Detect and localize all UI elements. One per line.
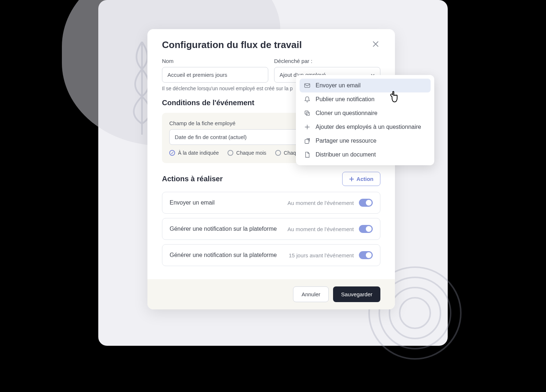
action-timing: 15 jours avant l'événement	[289, 252, 354, 258]
field-select[interactable]: Date de fin de contrat (actuel)	[169, 129, 314, 145]
svg-point-2	[389, 288, 440, 338]
plus-icon	[349, 177, 354, 182]
modal-title: Configuration du flux de travail	[162, 39, 302, 51]
radio-monthly[interactable]: Chaque mois	[228, 150, 266, 156]
action-toggle[interactable]	[359, 199, 373, 207]
app-background: Configuration du flux de travail Nom Déc…	[98, 0, 448, 346]
svg-point-3	[400, 298, 430, 328]
radio-checked-icon	[169, 150, 175, 156]
field-value: Date de fin de contrat (actuel)	[175, 134, 247, 140]
bell-icon	[304, 96, 310, 103]
save-button[interactable]: Sauvegarder	[333, 286, 380, 302]
field-label: Champ de la fiche employé	[169, 120, 314, 126]
radio-icon	[275, 150, 281, 156]
svg-rect-4	[305, 84, 310, 88]
dropdown-item-share[interactable]: Partager une ressource	[300, 134, 431, 148]
action-toggle[interactable]	[359, 251, 373, 259]
dropdown-item-clone[interactable]: Cloner un questionnaire	[300, 106, 431, 120]
close-button[interactable]	[371, 39, 380, 51]
modal-footer: Annuler Sauvegarder	[147, 279, 395, 309]
close-icon	[372, 41, 379, 47]
mail-icon	[304, 82, 310, 89]
radio-icon	[228, 150, 233, 156]
dropdown-item-add-employees[interactable]: Ajouter des employés à un questionnaire	[300, 120, 431, 134]
dropdown-item-email[interactable]: Envoyer un email	[300, 79, 431, 92]
workflow-config-modal: Configuration du flux de travail Nom Déc…	[147, 29, 395, 309]
share-icon	[304, 138, 310, 144]
action-item[interactable]: Générer une notification sur la platefor…	[162, 218, 380, 240]
cancel-button[interactable]: Annuler	[293, 286, 329, 302]
trigger-label: Déclenché par :	[274, 58, 380, 64]
action-dropdown-menu: Envoyer un email Publier une notificatio…	[296, 75, 434, 165]
actions-title: Actions à réaliser	[162, 175, 223, 183]
action-timing: Au moment de l'événement	[288, 200, 354, 206]
action-item[interactable]: Générer une notification sur la platefor…	[162, 244, 380, 266]
add-action-button[interactable]: Action	[342, 172, 380, 186]
action-timing: Au moment de l'événement	[288, 226, 354, 232]
action-label: Générer une notification sur la platefor…	[170, 252, 277, 258]
document-icon	[304, 151, 310, 158]
modal-header: Configuration du flux de travail	[147, 29, 395, 54]
action-toggle[interactable]	[359, 225, 373, 233]
plus-icon	[304, 124, 310, 130]
copy-icon	[304, 110, 310, 116]
radio-on-date[interactable]: À la date indiquée	[169, 150, 219, 156]
actions-header: Actions à réaliser Action	[162, 172, 380, 186]
dropdown-item-notification[interactable]: Publier une notification	[300, 92, 431, 106]
name-input[interactable]	[162, 67, 268, 83]
action-label: Générer une notification sur la platefor…	[170, 226, 277, 232]
action-label: Envoyer un email	[170, 199, 215, 206]
action-item[interactable]: Envoyer un email Au moment de l'événemen…	[162, 192, 380, 214]
name-label: Nom	[162, 58, 268, 64]
dropdown-item-document[interactable]: Distribuer un document	[300, 148, 431, 162]
